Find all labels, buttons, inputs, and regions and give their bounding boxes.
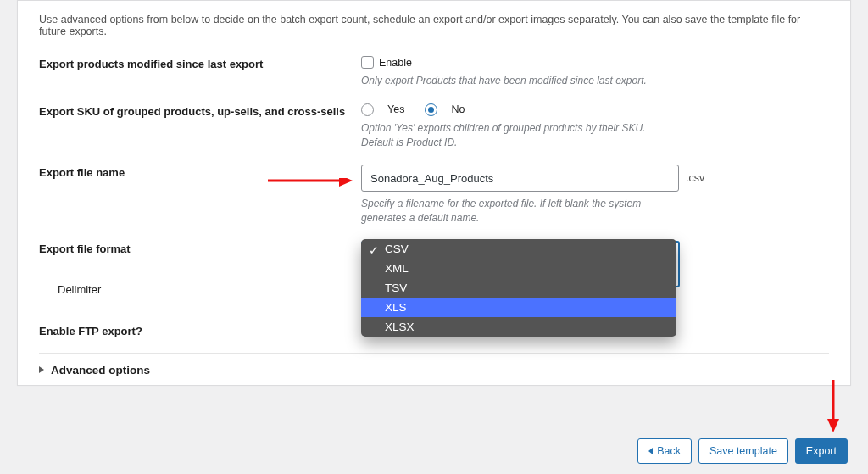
label-delimiter: Delimiter [39, 282, 361, 296]
check-icon: ✓ [369, 243, 379, 257]
row-modified-since: Export products modified since last expo… [39, 56, 829, 88]
format-option-csv-label: CSV [385, 243, 409, 255]
enable-checkbox[interactable] [361, 56, 374, 69]
label-ftp-export: Enable FTP export? [39, 323, 361, 337]
enable-checkbox-wrap[interactable]: Enable [361, 56, 829, 69]
back-button[interactable]: Back [637, 438, 692, 464]
svg-marker-3 [827, 419, 839, 432]
sku-radio-group: Yes No [361, 103, 829, 116]
footer-actions: Back Save template Export [637, 438, 848, 464]
label-modified-since: Export products modified since last expo… [39, 56, 361, 88]
annotation-arrow-export [825, 380, 842, 432]
format-option-csv[interactable]: ✓ CSV [361, 239, 676, 259]
advanced-options-toggle[interactable]: Advanced options [39, 353, 829, 376]
format-option-tsv[interactable]: TSV [361, 278, 676, 298]
field-modified-since: Enable Only export Products that have be… [361, 56, 829, 88]
format-option-xls-label: XLS [385, 301, 407, 314]
save-template-button-label: Save template [709, 445, 777, 457]
export-button-label: Export [806, 445, 837, 457]
sku-radio-no-label: No [451, 103, 465, 115]
row-file-name: Export file name .csv Specify a filename… [39, 165, 829, 226]
field-file-name: .csv Specify a filename for the exported… [361, 165, 829, 226]
label-export-sku: Export SKU of grouped products, up-sells… [39, 103, 361, 150]
format-dropdown[interactable]: ✓ CSV XML TSV XLS XLSX [361, 239, 676, 337]
advanced-options-label: Advanced options [51, 364, 150, 376]
format-option-xlsx[interactable]: XLSX [361, 317, 676, 337]
format-option-xls[interactable]: XLS [361, 298, 676, 317]
chevron-left-icon [648, 448, 653, 454]
help-file-name: Specify a filename for the exported file… [361, 197, 658, 226]
help-export-sku: Option 'Yes' exports children of grouped… [361, 121, 658, 150]
sku-radio-yes-label: Yes [387, 103, 404, 115]
row-export-sku: Export SKU of grouped products, up-sells… [39, 103, 829, 150]
advanced-export-panel: Use advanced options from below to decid… [17, 0, 851, 386]
file-ext-label: .csv [686, 172, 704, 184]
export-button[interactable]: Export [795, 438, 848, 464]
enable-checkbox-label: Enable [379, 57, 412, 69]
label-file-name: Export file name [39, 165, 361, 226]
field-file-format: ✓ CSV XML TSV XLS XLSX [361, 241, 829, 275]
row-file-format: Export file format ✓ CSV XML TSV XLS XLS [39, 241, 829, 275]
format-option-xml[interactable]: XML [361, 259, 676, 278]
format-option-tsv-label: TSV [385, 282, 407, 294]
file-name-input[interactable] [361, 165, 679, 192]
sku-radio-yes[interactable] [361, 103, 374, 116]
back-button-label: Back [657, 445, 681, 457]
label-file-format: Export file format [39, 241, 361, 275]
intro-text: Use advanced options from below to decid… [39, 14, 829, 37]
format-option-xml-label: XML [385, 262, 409, 275]
chevron-right-icon [39, 366, 44, 373]
save-template-button[interactable]: Save template [698, 438, 788, 464]
help-modified-since: Only export Products that have been modi… [361, 74, 658, 88]
format-option-xlsx-label: XLSX [385, 321, 415, 333]
sku-radio-no[interactable] [425, 103, 437, 116]
field-export-sku: Yes No Option 'Yes' exports children of … [361, 103, 829, 150]
